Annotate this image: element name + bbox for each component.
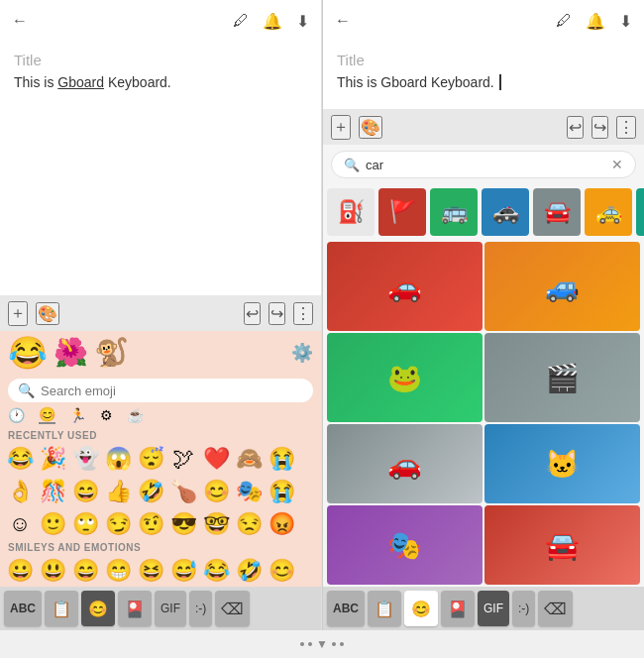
emoji-search-input[interactable] xyxy=(41,384,303,398)
gif-top-item[interactable]: 🚕 xyxy=(585,188,632,236)
emoji-cell[interactable]: 🙄 xyxy=(69,508,101,540)
emoji-cell[interactable]: 😀 xyxy=(4,555,36,587)
right-gif-key[interactable]: GIF xyxy=(478,591,509,626)
left-download-icon[interactable]: ⬇ xyxy=(294,10,311,33)
bottom-arrow[interactable]: ▼ xyxy=(316,637,328,651)
emoji-tab-settings[interactable]: ⚙ xyxy=(100,407,113,423)
emoji-cell[interactable]: 😱 xyxy=(102,443,134,475)
emoji-tabs: 🕐 😊 🏃 ⚙ ☕ xyxy=(0,406,321,424)
gif-cell[interactable]: 🚘 xyxy=(484,505,640,585)
gif-top-item[interactable]: 🚘 xyxy=(533,188,581,236)
right-redo-button[interactable]: ↪ xyxy=(591,116,608,139)
gif-cell[interactable]: 🎬 xyxy=(484,333,640,422)
right-palette-button[interactable]: 🎨 xyxy=(359,116,382,139)
emoji-cell[interactable]: 😂 xyxy=(4,443,36,475)
left-bell-icon[interactable]: 🔔 xyxy=(261,10,284,33)
emoji-cell[interactable]: 🕊 xyxy=(167,443,199,475)
emoji-cell[interactable]: 🎊 xyxy=(37,476,68,507)
gif-top-item[interactable]: 🚓 xyxy=(482,188,529,236)
gif-clear-button[interactable]: ✕ xyxy=(611,157,623,172)
gif-cell[interactable]: 🚙 xyxy=(484,242,640,331)
gif-grid: 🚗 🚙 🐸 🎬 🚗 🐱 🎭 xyxy=(323,240,644,587)
left-abc-key[interactable]: ABC xyxy=(4,591,42,626)
gif-top-item[interactable]: 🚩 xyxy=(378,188,426,236)
left-backspace-key[interactable]: ⌫ xyxy=(215,591,250,626)
right-gif-panel: 🔍 ✕ ⛽ 🚩 🚌 🚓 🚘 🚕 🚖 → MORE xyxy=(323,145,644,630)
emoji-cell[interactable]: 😊 xyxy=(266,555,297,587)
right-backspace-key[interactable]: ⌫ xyxy=(538,591,573,626)
right-undo-button[interactable]: ↩ xyxy=(567,116,584,139)
left-sticker-key[interactable]: 🎴 xyxy=(118,591,152,626)
emoji-settings-icon[interactable]: ⚙️ xyxy=(291,342,313,364)
right-smiley-key[interactable]: :-) xyxy=(512,591,535,626)
emoji-cell[interactable]: 👻 xyxy=(69,443,101,475)
right-back-button[interactable]: ← xyxy=(333,10,353,32)
gif-top-item[interactable]: 🚌 xyxy=(430,188,478,236)
gif-search-icon: 🔍 xyxy=(344,158,360,172)
emoji-cell[interactable]: 😏 xyxy=(102,508,134,540)
emoji-cell[interactable]: 🤣 xyxy=(233,555,265,587)
emoji-cell[interactable]: 😡 xyxy=(266,508,297,540)
emoji-cell[interactable]: 😅 xyxy=(167,555,199,587)
left-more-button[interactable]: ⋮ xyxy=(293,302,313,325)
emoji-cell[interactable]: 🤣 xyxy=(135,476,166,507)
left-smiley-key[interactable]: :-) xyxy=(189,591,212,626)
right-more-button[interactable]: ⋮ xyxy=(616,116,636,139)
gif-cell[interactable]: 🎭 xyxy=(327,505,483,585)
left-clipboard-key[interactable]: 📋 xyxy=(45,591,78,626)
left-palette-button[interactable]: 🎨 xyxy=(36,302,59,325)
left-add-button[interactable]: ＋ xyxy=(8,301,28,326)
emoji-cell[interactable]: 😄 xyxy=(69,476,101,507)
gif-top-item[interactable]: ⛽ xyxy=(327,188,375,236)
emoji-cell[interactable]: 👌 xyxy=(4,476,36,507)
emoji-tab-food[interactable]: ☕ xyxy=(127,407,144,423)
emoji-tab-smileys[interactable]: 😊 xyxy=(39,406,55,424)
right-clipboard-key[interactable]: 📋 xyxy=(368,591,401,626)
emoji-cell[interactable]: 😃 xyxy=(37,555,68,587)
right-add-button[interactable]: ＋ xyxy=(331,115,351,140)
right-download-icon[interactable]: ⬇ xyxy=(617,10,634,33)
right-sticker-key[interactable]: 🎴 xyxy=(441,591,475,626)
emoji-tab-recent[interactable]: 🕐 xyxy=(8,407,25,423)
emoji-cell[interactable]: 😎 xyxy=(167,508,199,540)
emoji-cell[interactable]: 🤨 xyxy=(135,508,166,540)
left-pin-icon[interactable]: 🖊 xyxy=(231,10,251,32)
emoji-cell[interactable]: 😭 xyxy=(266,476,297,507)
left-redo-button[interactable]: ↪ xyxy=(268,302,285,325)
right-emoji-key[interactable]: 😊 xyxy=(404,591,438,626)
emoji-cell[interactable]: 🙈 xyxy=(233,443,265,475)
emoji-cell[interactable]: ☺️ xyxy=(4,508,36,540)
gif-cell[interactable]: 🐸 xyxy=(327,333,483,422)
left-back-button[interactable]: ← xyxy=(10,10,30,32)
emoji-cell[interactable]: 😂 xyxy=(200,555,232,587)
emoji-cell[interactable]: ❤️ xyxy=(200,443,232,475)
emoji-cell[interactable]: 😒 xyxy=(233,508,265,540)
emoji-cell[interactable]: 😆 xyxy=(135,555,166,587)
featured-emoji-3: 🐒 xyxy=(94,339,129,367)
emoji-cell[interactable]: 🙂 xyxy=(37,508,68,540)
gif-cell[interactable]: 🚗 xyxy=(327,424,483,503)
emoji-cell[interactable]: 😁 xyxy=(102,555,134,587)
gif-search-bar: 🔍 ✕ xyxy=(331,151,636,178)
emoji-cell[interactable]: 😄 xyxy=(69,555,101,587)
left-undo-button[interactable]: ↩ xyxy=(244,302,261,325)
emoji-cell[interactable]: 🎭 xyxy=(233,476,265,507)
left-emoji-key[interactable]: 😊 xyxy=(81,591,115,626)
right-abc-key[interactable]: ABC xyxy=(327,591,365,626)
gif-top-item[interactable]: 🚖 xyxy=(636,188,644,236)
emoji-cell[interactable]: 👍 xyxy=(102,476,134,507)
gif-cell[interactable]: 🚗 xyxy=(327,242,483,331)
emoji-cell[interactable]: 🍗 xyxy=(167,476,199,507)
emoji-cell[interactable]: 😊 xyxy=(200,476,232,507)
emoji-cell[interactable]: 😭 xyxy=(266,443,297,475)
emoji-cell[interactable]: 😴 xyxy=(135,443,166,475)
emoji-tab-people[interactable]: 🏃 xyxy=(69,407,86,423)
right-pin-icon[interactable]: 🖊 xyxy=(554,10,574,32)
emoji-cell[interactable]: 🎉 xyxy=(37,443,68,475)
gif-cell[interactable]: 🐱 xyxy=(484,424,640,503)
left-gif-key[interactable]: GIF xyxy=(155,591,186,626)
gif-search-input[interactable] xyxy=(366,158,605,172)
right-bell-icon[interactable]: 🔔 xyxy=(584,10,607,33)
emoji-cell[interactable]: 🤓 xyxy=(200,508,232,540)
featured-emoji-2: 🌺 xyxy=(54,339,88,367)
